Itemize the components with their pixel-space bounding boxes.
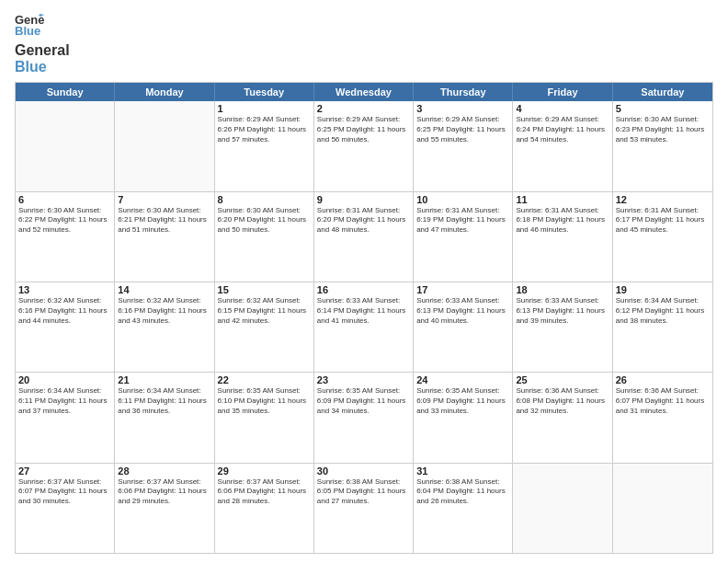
calendar-day-23: 23Sunrise: 6:35 AM Sunset: 6:09 PM Dayli… (314, 373, 414, 462)
day-info: Sunrise: 6:31 AM Sunset: 6:19 PM Dayligh… (416, 206, 509, 236)
day-number: 7 (118, 194, 210, 205)
day-info: Sunrise: 6:37 AM Sunset: 6:06 PM Dayligh… (118, 477, 210, 507)
calendar-day-13: 13Sunrise: 6:32 AM Sunset: 6:16 PM Dayli… (16, 282, 115, 372)
calendar-day-9: 9Sunrise: 6:31 AM Sunset: 6:20 PM Daylig… (314, 192, 414, 282)
day-info: Sunrise: 6:36 AM Sunset: 6:07 PM Dayligh… (616, 386, 710, 416)
day-number: 3 (416, 103, 509, 114)
weekday-header-tuesday: Tuesday (215, 83, 314, 101)
day-info: Sunrise: 6:33 AM Sunset: 6:13 PM Dayligh… (416, 296, 509, 326)
calendar-day-5: 5Sunrise: 6:30 AM Sunset: 6:23 PM Daylig… (613, 101, 712, 190)
day-info: Sunrise: 6:32 AM Sunset: 6:15 PM Dayligh… (218, 296, 311, 326)
calendar-day-28: 28Sunrise: 6:37 AM Sunset: 6:06 PM Dayli… (115, 464, 214, 553)
day-info: Sunrise: 6:37 AM Sunset: 6:07 PM Dayligh… (18, 477, 111, 507)
calendar-empty-cell (16, 101, 115, 190)
calendar-day-25: 25Sunrise: 6:36 AM Sunset: 6:08 PM Dayli… (513, 373, 612, 462)
day-info: Sunrise: 6:34 AM Sunset: 6:11 PM Dayligh… (18, 386, 111, 416)
day-info: Sunrise: 6:34 AM Sunset: 6:11 PM Dayligh… (118, 386, 210, 416)
calendar-day-29: 29Sunrise: 6:37 AM Sunset: 6:06 PM Dayli… (215, 464, 314, 553)
weekday-header-friday: Friday (513, 83, 612, 101)
day-info: Sunrise: 6:38 AM Sunset: 6:05 PM Dayligh… (317, 477, 410, 507)
day-number: 22 (218, 374, 311, 385)
calendar-body: 1Sunrise: 6:29 AM Sunset: 6:26 PM Daylig… (16, 101, 712, 553)
day-number: 23 (317, 374, 410, 385)
day-number: 17 (416, 284, 509, 295)
day-number: 19 (616, 284, 710, 295)
day-number: 18 (516, 284, 609, 295)
calendar-day-11: 11Sunrise: 6:31 AM Sunset: 6:18 PM Dayli… (513, 192, 612, 282)
day-number: 4 (516, 103, 609, 114)
calendar-day-2: 2Sunrise: 6:29 AM Sunset: 6:25 PM Daylig… (314, 101, 414, 190)
calendar-day-1: 1Sunrise: 6:29 AM Sunset: 6:26 PM Daylig… (215, 101, 314, 190)
day-number: 20 (18, 374, 111, 385)
day-number: 14 (118, 284, 210, 295)
calendar-day-14: 14Sunrise: 6:32 AM Sunset: 6:16 PM Dayli… (115, 282, 214, 372)
calendar-day-19: 19Sunrise: 6:34 AM Sunset: 6:12 PM Dayli… (613, 282, 712, 372)
calendar-header: SundayMondayTuesdayWednesdayThursdayFrid… (16, 83, 712, 101)
day-info: Sunrise: 6:31 AM Sunset: 6:18 PM Dayligh… (516, 206, 609, 236)
day-number: 2 (317, 103, 410, 114)
day-info: Sunrise: 6:31 AM Sunset: 6:17 PM Dayligh… (616, 206, 710, 236)
calendar-day-27: 27Sunrise: 6:37 AM Sunset: 6:07 PM Dayli… (16, 464, 115, 553)
calendar-day-18: 18Sunrise: 6:33 AM Sunset: 6:13 PM Dayli… (513, 282, 612, 372)
day-info: Sunrise: 6:34 AM Sunset: 6:12 PM Dayligh… (616, 296, 710, 326)
calendar-day-3: 3Sunrise: 6:29 AM Sunset: 6:25 PM Daylig… (414, 101, 513, 190)
weekday-header-wednesday: Wednesday (314, 83, 414, 101)
day-number: 5 (616, 103, 710, 114)
calendar-day-4: 4Sunrise: 6:29 AM Sunset: 6:24 PM Daylig… (513, 101, 612, 190)
day-info: Sunrise: 6:35 AM Sunset: 6:09 PM Dayligh… (317, 386, 410, 416)
day-number: 31 (416, 465, 509, 477)
calendar-week-5: 27Sunrise: 6:37 AM Sunset: 6:07 PM Dayli… (16, 463, 712, 553)
weekday-header-monday: Monday (115, 83, 214, 101)
calendar-week-3: 13Sunrise: 6:32 AM Sunset: 6:16 PM Dayli… (16, 282, 712, 372)
day-number: 15 (218, 284, 311, 295)
day-info: Sunrise: 6:38 AM Sunset: 6:04 PM Dayligh… (416, 477, 509, 507)
calendar-week-2: 6Sunrise: 6:30 AM Sunset: 6:22 PM Daylig… (16, 191, 712, 282)
calendar-day-21: 21Sunrise: 6:34 AM Sunset: 6:11 PM Dayli… (115, 373, 214, 462)
day-info: Sunrise: 6:29 AM Sunset: 6:26 PM Dayligh… (218, 115, 311, 144)
day-info: Sunrise: 6:36 AM Sunset: 6:08 PM Dayligh… (516, 386, 609, 416)
day-number: 26 (616, 374, 710, 385)
day-number: 30 (317, 465, 410, 477)
day-number: 29 (218, 465, 311, 477)
calendar-empty-cell (613, 464, 712, 553)
weekday-header-saturday: Saturday (613, 83, 712, 101)
day-info: Sunrise: 6:30 AM Sunset: 6:23 PM Dayligh… (616, 115, 710, 144)
day-info: Sunrise: 6:35 AM Sunset: 6:10 PM Dayligh… (218, 386, 311, 416)
calendar-day-7: 7Sunrise: 6:30 AM Sunset: 6:21 PM Daylig… (115, 192, 214, 282)
calendar-day-12: 12Sunrise: 6:31 AM Sunset: 6:17 PM Dayli… (613, 192, 712, 282)
day-number: 16 (317, 284, 410, 295)
calendar-day-31: 31Sunrise: 6:38 AM Sunset: 6:04 PM Dayli… (414, 464, 513, 553)
logo-icon: General Blue (15, 11, 44, 40)
calendar-day-20: 20Sunrise: 6:34 AM Sunset: 6:11 PM Dayli… (16, 373, 115, 462)
day-info: Sunrise: 6:35 AM Sunset: 6:09 PM Dayligh… (416, 386, 509, 416)
day-info: Sunrise: 6:29 AM Sunset: 6:25 PM Dayligh… (317, 115, 410, 144)
calendar: SundayMondayTuesdayWednesdayThursdayFrid… (15, 82, 713, 554)
day-number: 21 (118, 374, 210, 385)
day-info: Sunrise: 6:30 AM Sunset: 6:20 PM Dayligh… (218, 206, 311, 236)
calendar-day-24: 24Sunrise: 6:35 AM Sunset: 6:09 PM Dayli… (414, 373, 513, 462)
day-number: 10 (416, 194, 509, 205)
day-info: Sunrise: 6:32 AM Sunset: 6:16 PM Dayligh… (18, 296, 111, 326)
calendar-week-4: 20Sunrise: 6:34 AM Sunset: 6:11 PM Dayli… (16, 372, 712, 462)
weekday-header-thursday: Thursday (414, 83, 513, 101)
calendar-empty-cell (115, 101, 214, 190)
page-header: General Blue General Blue (15, 11, 713, 75)
day-number: 12 (616, 194, 710, 205)
day-number: 25 (516, 374, 609, 385)
day-number: 11 (516, 194, 609, 205)
day-number: 24 (416, 374, 509, 385)
svg-text:Blue: Blue (15, 24, 40, 38)
calendar-day-22: 22Sunrise: 6:35 AM Sunset: 6:10 PM Dayli… (215, 373, 314, 462)
day-info: Sunrise: 6:30 AM Sunset: 6:22 PM Dayligh… (18, 206, 111, 236)
logo-text-general: General (15, 42, 70, 59)
calendar-week-1: 1Sunrise: 6:29 AM Sunset: 6:26 PM Daylig… (16, 101, 712, 190)
calendar-day-6: 6Sunrise: 6:30 AM Sunset: 6:22 PM Daylig… (16, 192, 115, 282)
day-number: 28 (118, 465, 210, 477)
weekday-header-sunday: Sunday (16, 83, 115, 101)
logo-text-blue: Blue (15, 59, 70, 75)
day-info: Sunrise: 6:33 AM Sunset: 6:14 PM Dayligh… (317, 296, 410, 326)
day-number: 6 (18, 194, 111, 205)
calendar-day-8: 8Sunrise: 6:30 AM Sunset: 6:20 PM Daylig… (215, 192, 314, 282)
calendar-day-30: 30Sunrise: 6:38 AM Sunset: 6:05 PM Dayli… (314, 464, 414, 553)
day-info: Sunrise: 6:33 AM Sunset: 6:13 PM Dayligh… (516, 296, 609, 326)
